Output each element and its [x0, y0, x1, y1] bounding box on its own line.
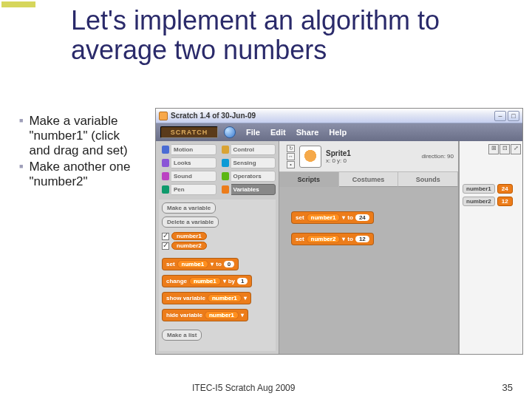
dropdown-arrow-icon: ▾	[342, 214, 345, 221]
menubar: SCRATCH File Edit Share Help	[156, 123, 522, 141]
language-globe-icon[interactable]	[224, 126, 236, 138]
variable-monitor-2[interactable]: number2 12	[463, 197, 519, 206]
rotation-tools: ↻ ↔ •	[287, 145, 295, 168]
category-pen[interactable]: Pen	[159, 184, 216, 195]
sprite-thumbnail[interactable]	[299, 146, 321, 168]
block-set-variable[interactable]: set numbe1▾ to 0	[162, 258, 239, 270]
menu-file[interactable]: File	[242, 128, 265, 137]
rotate-flip-icon[interactable]: ↔	[287, 153, 295, 160]
block-change-variable[interactable]: change numbe1▾ by 1	[162, 275, 252, 287]
stage-panel: ⊞ ⊡ ⤢ number1 24 number2 12	[459, 141, 522, 354]
bullet-list: Make a variable "number1" (click and dra…	[19, 114, 149, 191]
variable-row-1: number1	[162, 232, 273, 240]
script-block-1[interactable]: set number1▾ to 24	[291, 211, 374, 224]
variable-monitor-1[interactable]: number1 24	[463, 184, 519, 194]
scripts-panel: ↻ ↔ • Sprite1 x: 0 y: 0 direction: 90 Sc…	[279, 141, 459, 354]
category-operators[interactable]: Operators	[219, 171, 276, 182]
sprite-header: ↻ ↔ • Sprite1 x: 0 y: 0 direction: 90	[279, 141, 458, 172]
stage-tools: ⊞ ⊡ ⤢	[461, 144, 521, 157]
category-control[interactable]: Control	[219, 144, 276, 155]
script-block-2[interactable]: set number2▾ to 12	[291, 233, 374, 245]
dropdown-arrow-icon: ▾	[211, 261, 214, 267]
tab-bar: Scripts Costumes Sounds	[279, 172, 458, 187]
category-sound[interactable]: Sound	[159, 171, 216, 182]
category-sensing[interactable]: Sensing	[219, 157, 276, 168]
variable-checkbox-1[interactable]	[162, 233, 169, 240]
app-icon	[159, 112, 168, 120]
brand-logo: SCRATCH	[160, 126, 218, 138]
bullet-1: Make a variable "number1" (click and dra…	[29, 114, 140, 158]
rotate-free-icon[interactable]: ↻	[287, 145, 295, 152]
dropdown-arrow-icon: ▾	[342, 236, 345, 242]
window-title: Scratch 1.4 of 30-Jun-09	[171, 112, 256, 120]
variable-pill-1[interactable]: number1	[171, 232, 207, 240]
variable-pill-2[interactable]: number2	[171, 242, 207, 250]
bullet-2: Make another one "number2"	[29, 160, 140, 189]
make-variable-button[interactable]: Make a variable	[162, 202, 216, 214]
rotate-none-icon[interactable]: •	[287, 161, 295, 168]
category-looks[interactable]: Looks	[159, 157, 216, 168]
footer-center: ITEC-I5 Scratch Aug 2009	[192, 383, 295, 393]
dropdown-arrow-icon: ▾	[223, 278, 226, 284]
tab-scripts[interactable]: Scripts	[279, 172, 339, 187]
tab-costumes[interactable]: Costumes	[339, 172, 399, 187]
titlebar: Scratch 1.4 of 30-Jun-09 – □	[156, 109, 522, 123]
block-palette: Motion Control Looks Sensing Sound Opera…	[156, 141, 279, 354]
dropdown-arrow-icon: ▾	[241, 312, 244, 318]
scripts-area[interactable]: set number1▾ to 24 set number2▾ to 12	[279, 187, 458, 354]
accent-bar	[1, 1, 35, 7]
scratch-window: Scratch 1.4 of 30-Jun-09 – □ SCRATCH Fil…	[155, 108, 523, 355]
make-list-button[interactable]: Make a list	[162, 330, 202, 341]
tool-icon[interactable]: ⤢	[511, 144, 521, 154]
minimize-button[interactable]: –	[494, 111, 506, 121]
maximize-button[interactable]: □	[508, 111, 519, 121]
slide-title: Let's implement an algorithm to average …	[71, 6, 532, 64]
sprite-direction: direction: 90	[421, 153, 454, 160]
block-hide-variable[interactable]: hide variable number1▾	[162, 309, 248, 321]
tab-sounds[interactable]: Sounds	[398, 172, 458, 187]
variable-checkbox-2[interactable]	[162, 242, 169, 250]
sprite-name[interactable]: Sprite1	[326, 149, 351, 157]
menu-share[interactable]: Share	[292, 128, 324, 137]
tool-icon[interactable]: ⊡	[499, 144, 510, 154]
tool-icon[interactable]: ⊞	[488, 144, 499, 154]
menu-help[interactable]: Help	[324, 128, 351, 137]
page-number: 35	[502, 382, 513, 393]
sprite-xy: x: 0 y: 0	[326, 157, 351, 164]
block-show-variable[interactable]: show variable number1▾	[162, 292, 251, 304]
delete-variable-button[interactable]: Delete a variable	[162, 216, 219, 228]
dropdown-arrow-icon: ▾	[244, 295, 247, 301]
variable-row-2: number2	[162, 242, 273, 250]
category-variables[interactable]: Variables	[219, 184, 276, 195]
category-motion[interactable]: Motion	[159, 144, 216, 155]
menu-edit[interactable]: Edit	[266, 128, 290, 137]
